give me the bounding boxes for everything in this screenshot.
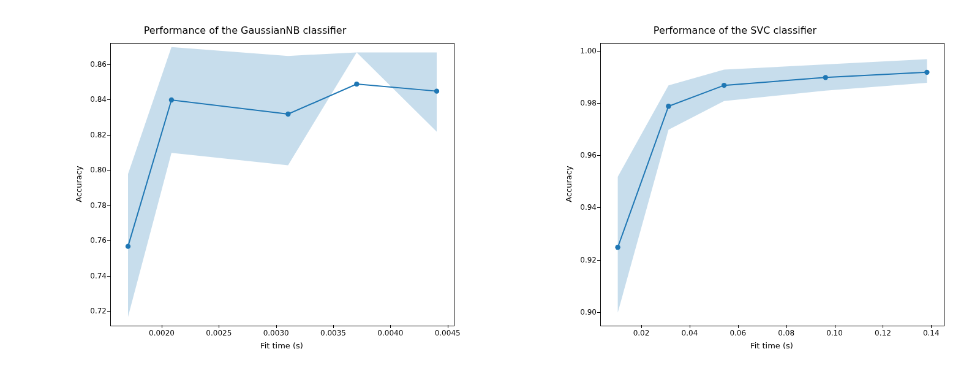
x-tick-label: 0.0040 [377,329,403,337]
y-tick-label: 0.86 [90,60,107,69]
x-tick-label: 0.14 [923,329,940,337]
x-tick-label: 0.0020 [149,329,175,337]
y-tick-mark [107,135,110,136]
y-tick-mark [597,260,600,261]
y-tick-mark [107,205,110,206]
x-tick-label: 0.0025 [206,329,232,337]
y-tick-mark [107,240,110,241]
y-tick-mark [107,311,110,312]
x-tick-mark [883,325,883,328]
x-tick-mark [786,325,787,328]
x-tick-mark [641,325,642,328]
data-marker [126,243,130,248]
x-axis-label: Fit time (s) [110,341,453,350]
figure: Performance of the GaussianNB classifier… [0,0,980,368]
chart-gaussiannb: Performance of the GaussianNB classifier… [0,0,490,368]
axes-area [110,43,454,326]
x-tick-label: 0.0045 [435,329,461,337]
chart-title: Performance of the SVC classifier [490,25,980,36]
data-marker [615,245,620,250]
x-tick-label: 0.04 [682,329,698,337]
data-marker [354,82,359,86]
y-tick-label: 0.90 [580,308,597,316]
x-tick-mark [690,325,690,328]
y-tick-label: 1.00 [580,47,597,55]
axes-area [600,43,944,326]
y-tick-label: 0.98 [580,99,597,107]
data-marker [666,104,671,109]
x-tick-mark [390,325,391,328]
y-axis-label: Accuracy [74,43,86,325]
x-axis-label: Fit time (s) [600,341,943,350]
y-tick-label: 0.84 [90,95,107,104]
data-marker [285,112,290,117]
chart-title: Performance of the GaussianNB classifier [0,25,490,36]
y-tick-label: 0.74 [90,272,107,280]
data-marker [823,75,828,80]
x-tick-label: 0.10 [826,329,843,337]
y-tick-mark [597,103,600,104]
y-axis-label: Accuracy [564,43,576,325]
x-tick-mark [931,325,932,328]
data-marker [434,88,439,93]
x-tick-mark [333,325,334,328]
y-tick-mark [597,312,600,313]
y-tick-label: 0.78 [90,201,107,210]
y-tick-mark [597,51,600,52]
x-tick-mark [276,325,277,328]
y-tick-label: 0.92 [580,256,597,264]
x-tick-label: 0.08 [778,329,794,337]
y-tick-label: 0.80 [90,166,107,174]
y-tick-label: 0.72 [90,307,107,315]
x-tick-label: 0.0035 [320,329,346,337]
y-tick-mark [107,276,110,277]
x-tick-mark [448,325,448,328]
x-tick-mark [835,325,835,328]
y-tick-mark [597,155,600,156]
y-tick-mark [107,99,110,100]
y-tick-mark [597,207,600,208]
x-tick-label: 0.12 [875,329,891,337]
x-tick-mark [738,325,739,328]
data-marker [722,83,726,88]
chart-svc: Performance of the SVC classifier Accura… [490,0,980,368]
x-tick-label: 0.02 [633,329,650,337]
plot-svg [601,44,944,326]
y-tick-label: 0.94 [580,203,597,212]
y-tick-mark [107,170,110,171]
x-tick-mark [219,325,219,328]
confidence-band [618,59,927,313]
data-marker [169,98,174,102]
y-tick-label: 0.76 [90,236,107,245]
y-tick-mark [107,64,110,65]
x-tick-label: 0.0030 [263,329,289,337]
y-tick-label: 0.82 [90,131,107,139]
plot-svg [111,44,454,326]
y-tick-label: 0.96 [580,151,597,159]
x-tick-mark [162,325,162,328]
data-marker [924,70,929,75]
x-tick-label: 0.06 [729,329,746,337]
